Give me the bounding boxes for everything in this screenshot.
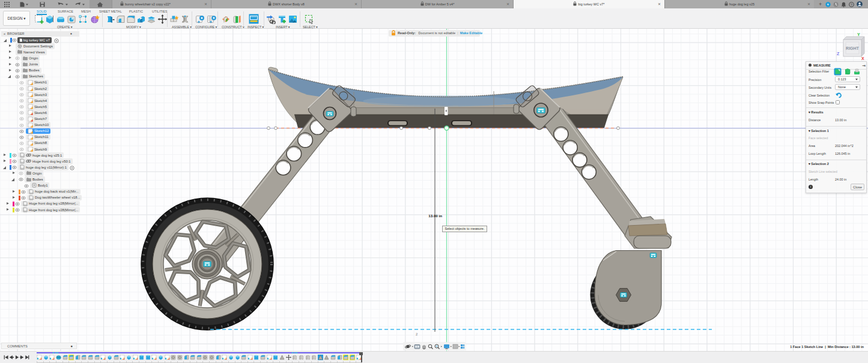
svg-text:Y: Y	[857, 32, 860, 37]
svg-text:RIGHT: RIGHT	[846, 46, 860, 50]
svg-text:Z: Z	[837, 52, 840, 56]
svg-text:2: 2	[416, 332, 418, 336]
svg-text:X: X	[861, 56, 864, 61]
